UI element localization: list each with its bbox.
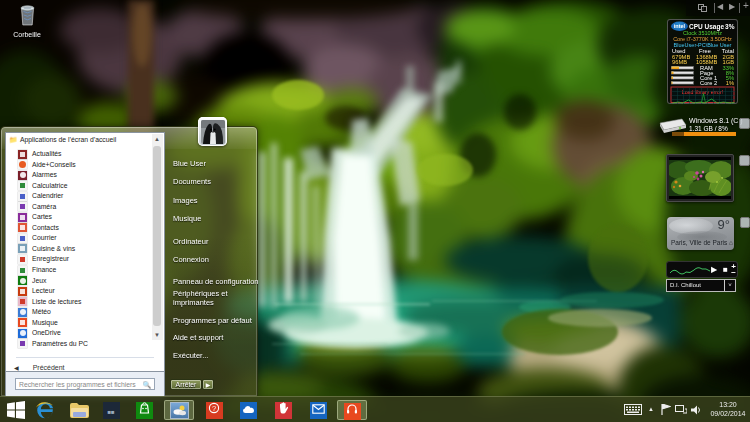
svg-text:?: ? [212,404,216,413]
